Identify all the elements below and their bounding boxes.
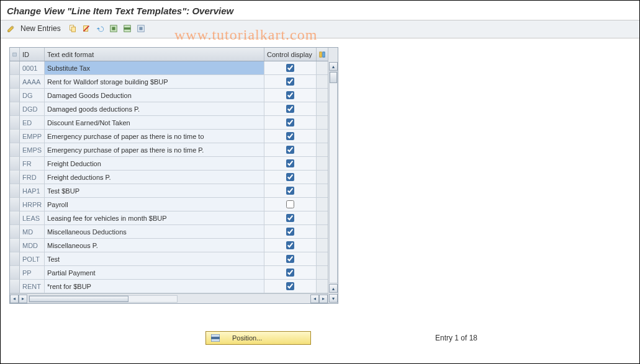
table-row[interactable]: HRPRPayroll (10, 198, 328, 211)
cell-id: PP (20, 266, 45, 280)
cell-text[interactable]: Partial Payment (45, 266, 264, 280)
control-display-checkbox[interactable] (286, 159, 294, 167)
cell-text[interactable]: Miscellaneous Deductions (45, 225, 264, 239)
cell-gutter (317, 225, 328, 239)
entry-count-label: Entry 1 of 18 (435, 334, 477, 342)
table-row[interactable]: FRDFreight deductions P. (10, 171, 328, 184)
control-display-checkbox[interactable] (286, 78, 294, 86)
position-button[interactable]: Position... (205, 331, 311, 345)
control-display-checkbox[interactable] (286, 118, 294, 127)
select-all-icon[interactable] (108, 23, 119, 34)
cell-text[interactable]: Rent for Walldorf storage building $BUP (45, 75, 264, 89)
scroll-right2-icon[interactable]: ▸ (319, 295, 328, 303)
cell-text[interactable]: Freight Deduction (45, 157, 264, 171)
copy-icon[interactable] (67, 23, 78, 34)
cell-text[interactable]: Emergency purchase of paper as there is … (45, 143, 264, 157)
table-row[interactable]: PPPartial Payment (10, 266, 328, 280)
table-row[interactable]: AAAARent for Walldorf storage building $… (10, 75, 328, 89)
svg-rect-7 (124, 27, 130, 30)
control-display-checkbox[interactable] (286, 187, 294, 195)
table-row[interactable]: DGDDamaged goods deductions P. (10, 102, 328, 116)
header-id[interactable]: ID (20, 48, 45, 61)
header-text[interactable]: Text edit format (45, 48, 264, 61)
row-selector[interactable] (10, 102, 20, 116)
control-display-checkbox[interactable] (286, 105, 294, 113)
row-selector[interactable] (10, 116, 20, 130)
cell-text[interactable]: *rent for $BUP (45, 280, 264, 293)
cell-text[interactable]: Damaged goods deductions P. (45, 102, 264, 116)
cell-gutter (317, 280, 328, 293)
cell-control (264, 61, 317, 75)
table-row[interactable]: EMPPEmergency purchase of paper as there… (10, 130, 328, 143)
control-display-checkbox[interactable] (286, 173, 294, 181)
control-display-checkbox[interactable] (286, 269, 294, 277)
pencil-icon[interactable] (6, 23, 17, 34)
row-selector[interactable] (10, 239, 20, 252)
row-selector[interactable] (10, 225, 20, 239)
row-selector[interactable] (10, 198, 20, 211)
table-row[interactable]: POLTTest (10, 252, 328, 266)
control-display-checkbox[interactable] (286, 255, 294, 263)
control-display-checkbox[interactable] (286, 146, 294, 154)
row-selector[interactable] (10, 130, 20, 143)
table-row[interactable]: FRFreight Deduction (10, 157, 328, 171)
delete-icon[interactable] (81, 23, 92, 34)
cell-text[interactable]: Payroll (45, 198, 264, 211)
cell-gutter (317, 211, 328, 225)
cell-text[interactable]: Emergency purchase of paper as there is … (45, 130, 264, 143)
control-display-checkbox[interactable] (286, 214, 294, 222)
table-row[interactable]: RENT*rent for $BUP (10, 280, 328, 293)
new-entries-button[interactable]: New Entries (19, 24, 65, 33)
table-row[interactable]: LEASLeasing fee for vehicles in month $B… (10, 211, 328, 225)
row-selector[interactable] (10, 157, 20, 171)
horizontal-scrollbar[interactable]: ◂ ▸ ◂ ▸ (10, 293, 328, 303)
undo-icon[interactable] (94, 23, 106, 34)
cell-control (264, 89, 317, 102)
table-row[interactable]: MDDMiscellaneous P. (10, 239, 328, 252)
table-row[interactable]: EMPSEmergency purchase of paper as there… (10, 143, 328, 157)
control-display-checkbox[interactable] (286, 64, 294, 72)
scroll-right-icon[interactable]: ▸ (19, 295, 27, 303)
row-selector[interactable] (10, 211, 20, 225)
select-block-icon[interactable] (122, 23, 133, 34)
cell-gutter (317, 116, 328, 130)
scroll-up-icon[interactable]: ▴ (329, 62, 338, 71)
cell-text[interactable]: Leasing fee for vehicles in month $BUP (45, 211, 264, 225)
row-selector[interactable] (10, 266, 20, 280)
table-row[interactable]: DGDamaged Goods Deduction (10, 89, 328, 102)
header-control[interactable]: Control display (264, 48, 317, 61)
cell-text[interactable]: Test $BUP (45, 184, 264, 198)
control-display-checkbox[interactable] (286, 228, 294, 236)
control-display-checkbox[interactable] (286, 282, 294, 290)
header-row-selector[interactable] (10, 48, 20, 61)
column-config-icon[interactable] (317, 48, 328, 61)
table-row[interactable]: HAP1Test $BUP (10, 184, 328, 198)
deselect-all-icon[interactable] (135, 23, 146, 34)
row-selector[interactable] (10, 61, 20, 75)
scroll-up2-icon[interactable]: ▴ (329, 284, 338, 293)
cell-text[interactable]: Miscellaneous P. (45, 239, 264, 252)
row-selector[interactable] (10, 75, 20, 89)
cell-text[interactable]: Freight deductions P. (45, 171, 264, 184)
row-selector[interactable] (10, 171, 20, 184)
cell-text[interactable]: Substitute Tax (45, 61, 264, 75)
control-display-checkbox[interactable] (286, 241, 294, 249)
row-selector[interactable] (10, 280, 20, 293)
scroll-left-icon[interactable]: ◂ (10, 295, 19, 303)
row-selector[interactable] (10, 252, 20, 266)
scroll-down-icon[interactable]: ▾ (329, 294, 338, 303)
vertical-scrollbar[interactable]: ▴ ▴ ▾ (328, 48, 338, 303)
cell-text[interactable]: Test (45, 252, 264, 266)
row-selector[interactable] (10, 89, 20, 102)
row-selector[interactable] (10, 184, 20, 198)
control-display-checkbox[interactable] (286, 91, 294, 99)
table-row[interactable]: MDMiscellaneous Deductions (10, 225, 328, 239)
control-display-checkbox[interactable] (286, 132, 294, 140)
row-selector[interactable] (10, 143, 20, 157)
cell-text[interactable]: Damaged Goods Deduction (45, 89, 264, 102)
table-row[interactable]: EDDiscount Earned/Not Taken (10, 116, 328, 130)
scroll-left2-icon[interactable]: ◂ (310, 295, 319, 303)
control-display-checkbox[interactable] (286, 200, 294, 208)
cell-text[interactable]: Discount Earned/Not Taken (45, 116, 264, 130)
table-row[interactable]: 0001Substitute Tax (10, 61, 328, 75)
